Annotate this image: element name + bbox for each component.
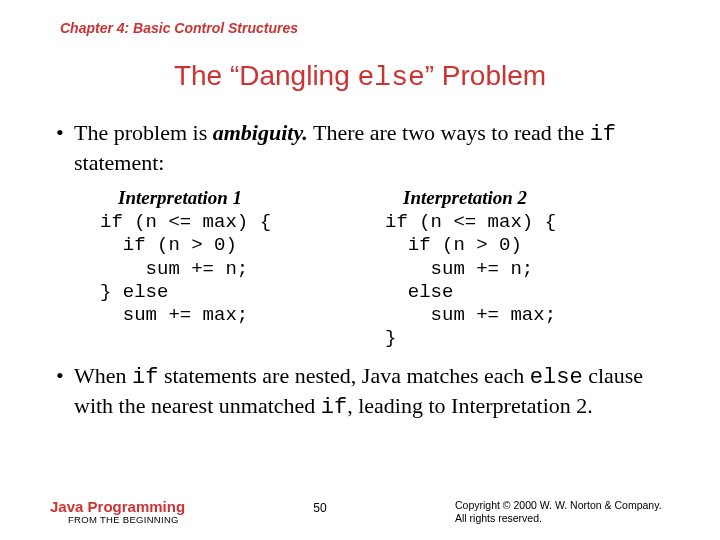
brand-main: Java Programming <box>50 498 185 515</box>
col1-title: Interpretation 1 <box>118 186 385 209</box>
bullet-dot: • <box>56 362 74 421</box>
title-pre: The “Dangling <box>174 60 358 91</box>
col2-title: Interpretation 2 <box>403 186 670 209</box>
b2-if2: if <box>321 395 347 420</box>
title-post: ” Problem <box>425 60 546 91</box>
bullet1-amb: ambiguity. <box>213 120 308 145</box>
b2-d: , leading to Interpretation 2. <box>347 393 593 418</box>
interpretation-2: Interpretation 2if (n <= max) { if (n > … <box>385 186 670 350</box>
b2-if: if <box>132 365 158 390</box>
bullet1-post: statement: <box>74 150 164 175</box>
copyright-line2: All rights reserved. <box>455 512 542 524</box>
b2-a: When <box>74 363 132 388</box>
title-code: else <box>358 62 425 93</box>
bullet1-code: if <box>590 122 616 147</box>
bullet-2: • When if statements are nested, Java ma… <box>56 362 670 421</box>
bullet-1: • The problem is ambiguity. There are tw… <box>56 119 670 176</box>
copyright: Copyright © 2000 W. W. Norton & Company.… <box>455 499 680 526</box>
chapter-heading: Chapter 4: Basic Control Structures <box>60 20 670 36</box>
copyright-line1: Copyright © 2000 W. W. Norton & Company. <box>455 499 662 511</box>
interpretation-1: Interpretation 1if (n <= max) { if (n > … <box>100 186 385 350</box>
bullet1-pre: The problem is <box>74 120 213 145</box>
code-columns: Interpretation 1if (n <= max) { if (n > … <box>100 186 670 350</box>
b2-b: statements are nested, Java matches each <box>158 363 529 388</box>
bullet-dot: • <box>56 119 74 176</box>
col1-code: if (n <= max) { if (n > 0) sum += n; } e… <box>100 211 271 326</box>
footer: Java Programming FROM THE BEGINNING 50 C… <box>50 499 680 526</box>
brand-sub: FROM THE BEGINNING <box>68 515 185 525</box>
bullet-2-text: When if statements are nested, Java matc… <box>74 362 670 421</box>
b2-else: else <box>530 365 583 390</box>
footer-brand: Java Programming FROM THE BEGINNING <box>50 499 185 526</box>
bullet-1-text: The problem is ambiguity. There are two … <box>74 119 670 176</box>
bullet1-mid: There are two ways to read the <box>308 120 590 145</box>
page-number: 50 <box>185 499 455 515</box>
slide-title: The “Dangling else” Problem <box>50 60 670 93</box>
col2-code: if (n <= max) { if (n > 0) sum += n; els… <box>385 211 556 349</box>
